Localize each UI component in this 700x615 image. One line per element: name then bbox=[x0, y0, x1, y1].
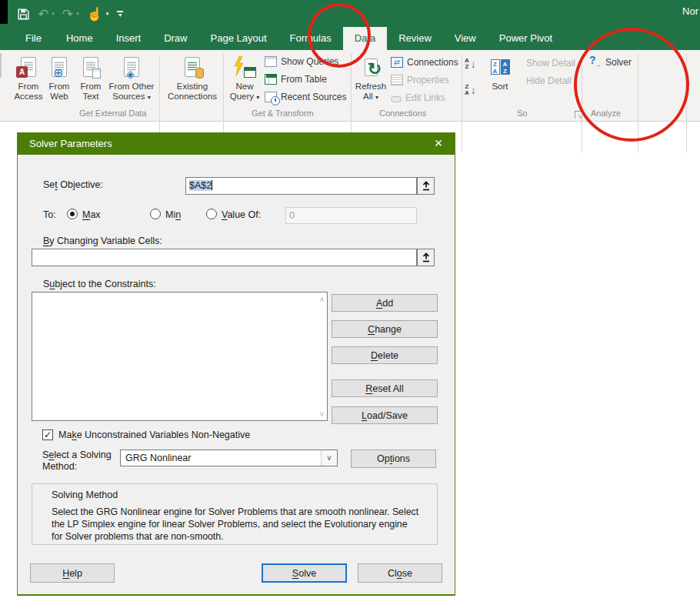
variable-cells-input[interactable] bbox=[32, 249, 417, 266]
objective-range-picker-button[interactable] bbox=[417, 177, 435, 195]
from-web-icon: ⊕ bbox=[52, 57, 67, 77]
solving-method-description: Select the GRG Nonlinear engine for Solv… bbox=[52, 506, 421, 543]
save-icon[interactable] bbox=[17, 8, 30, 21]
account-name[interactable]: Nor bbox=[682, 5, 698, 17]
solving-method-select[interactable]: GRG Nonlinear ∨ bbox=[120, 450, 338, 466]
undo-icon[interactable]: ↶ bbox=[38, 8, 48, 21]
value-of-input: 0 bbox=[285, 207, 417, 224]
pane-edge bbox=[0, 53, 2, 78]
close-icon[interactable]: × bbox=[427, 133, 450, 155]
recent-sources-icon bbox=[265, 92, 277, 102]
connections-icon: ⇄ bbox=[391, 57, 403, 68]
tab-home[interactable]: Home bbox=[55, 27, 105, 50]
help-button[interactable]: Help bbox=[30, 563, 115, 583]
group-label-get-transform: Get & Transform bbox=[252, 109, 314, 118]
set-objective-label: Set Objective: bbox=[43, 179, 103, 190]
new-query-icon bbox=[233, 56, 256, 78]
scroll-down-icon[interactable]: ∨ bbox=[319, 409, 325, 418]
radio-value-of[interactable] bbox=[206, 209, 217, 219]
tab-page-layout[interactable]: Page Layout bbox=[199, 27, 278, 50]
show-queries-icon bbox=[265, 56, 277, 67]
solving-method-label: Select a Solving Method: bbox=[42, 450, 119, 473]
from-text-button[interactable]: From Text bbox=[75, 54, 106, 102]
from-table-button[interactable]: From Table bbox=[265, 74, 327, 85]
existing-connections-icon bbox=[185, 57, 200, 77]
sort-za-button[interactable]: ZA ↓ bbox=[465, 84, 476, 96]
from-text-icon bbox=[83, 57, 98, 77]
touch-mode-icon[interactable]: ☝ bbox=[87, 8, 103, 21]
tab-review[interactable]: Review bbox=[387, 27, 443, 50]
radio-value-of-label[interactable]: Value Of: bbox=[222, 209, 261, 220]
radio-max-label[interactable]: Max bbox=[82, 209, 101, 220]
radio-max[interactable] bbox=[67, 209, 78, 219]
tab-file[interactable]: File bbox=[12, 27, 55, 50]
from-access-icon: A bbox=[21, 57, 36, 77]
dropdown-icon: ▾ bbox=[375, 94, 378, 101]
tab-draw[interactable]: Draw bbox=[152, 27, 198, 50]
dialog-title: Solver Parameters bbox=[18, 133, 455, 155]
non-negative-checkbox-label[interactable]: Make Unconstrained Variables Non-Negativ… bbox=[58, 429, 250, 440]
sort-az-button[interactable]: AZ ↓ bbox=[465, 58, 476, 70]
existing-connections-button[interactable]: Existing Connections bbox=[163, 54, 222, 102]
tab-insert[interactable]: Insert bbox=[105, 27, 153, 50]
close-button[interactable]: Close bbox=[358, 563, 442, 583]
sort-icon: ZA AZ bbox=[491, 59, 510, 75]
connections-button[interactable]: ⇄ Connections bbox=[391, 57, 458, 68]
group-label-sort: So bbox=[517, 109, 527, 118]
solver-parameters-dialog: Solver Parameters × Set Objective: $A$2 … bbox=[17, 132, 455, 596]
radio-min[interactable] bbox=[150, 209, 161, 219]
undo-dropdown-icon[interactable]: ▾ bbox=[52, 11, 55, 17]
variable-cells-range-picker-button[interactable] bbox=[417, 249, 435, 266]
collapse-dialog-icon bbox=[422, 252, 431, 262]
redo-dropdown-icon[interactable]: ▾ bbox=[76, 11, 79, 17]
reset-all-button[interactable]: Reset All bbox=[332, 379, 438, 397]
from-access-button[interactable]: A From Access bbox=[11, 54, 46, 102]
chevron-down-icon[interactable]: ∨ bbox=[321, 450, 337, 466]
touch-mode-dropdown-icon[interactable]: ▾ bbox=[106, 11, 109, 17]
radio-min-label[interactable]: Min bbox=[165, 209, 181, 220]
non-negative-checkbox[interactable]: ✓ bbox=[42, 429, 53, 440]
sort-button[interactable]: ZA AZ Sort bbox=[483, 54, 517, 92]
new-query-button[interactable]: New Query ▾ bbox=[226, 54, 263, 102]
tab-power-pivot[interactable]: Power Pivot bbox=[488, 27, 564, 50]
show-detail-button: Show Detail bbox=[526, 58, 575, 69]
from-other-sources-icon: ◈ bbox=[124, 57, 139, 77]
from-other-sources-button[interactable]: ◈ From Other Sources ▾ bbox=[106, 54, 157, 102]
delete-button[interactable]: Delete bbox=[332, 346, 438, 364]
sort-za-icon: ↓ bbox=[471, 84, 476, 96]
objective-input[interactable]: $A$2 bbox=[185, 177, 417, 195]
variable-cells-label: By Changing Variable Cells: bbox=[43, 236, 162, 246]
scroll-up-icon[interactable]: ∧ bbox=[319, 295, 325, 303]
redo-icon[interactable]: ↷ bbox=[62, 8, 73, 21]
annotation-circle-solver bbox=[574, 28, 689, 142]
group-label-get-external-data: Get External Data bbox=[79, 109, 146, 118]
edit-links-button: Edit Links bbox=[391, 92, 445, 103]
dropdown-icon: ▾ bbox=[148, 94, 151, 101]
sort-az-icon: ↓ bbox=[471, 58, 476, 70]
change-button[interactable]: Change bbox=[332, 320, 438, 338]
group-label-connections: Connections bbox=[379, 109, 426, 118]
properties-icon bbox=[391, 75, 403, 85]
constraints-label: Subject to the Constraints: bbox=[43, 279, 156, 289]
quick-access-toolbar: ↶ ▾ ↷ ▾ ☝ ▾ ▾ bbox=[17, 3, 124, 25]
constraints-listbox[interactable]: ∧ ∨ bbox=[32, 292, 328, 421]
tab-view[interactable]: View bbox=[443, 27, 488, 50]
add-button[interactable]: Add bbox=[332, 294, 438, 312]
to-label: To: bbox=[43, 209, 56, 220]
solving-method-groupbox: Solving Method Select the GRG Nonlinear … bbox=[32, 483, 438, 545]
collapse-dialog-icon bbox=[422, 181, 431, 191]
from-web-button[interactable]: ⊕ From Web bbox=[45, 54, 74, 102]
customize-qat-icon[interactable]: ▾ bbox=[116, 11, 124, 18]
group-divider bbox=[462, 54, 462, 152]
dropdown-icon: ▾ bbox=[256, 94, 259, 101]
load-save-button[interactable]: Load/Save bbox=[332, 406, 438, 424]
from-table-icon bbox=[265, 74, 277, 85]
properties-button: Properties bbox=[391, 75, 449, 85]
recent-sources-button[interactable]: Recent Sources bbox=[265, 92, 346, 102]
solve-button[interactable]: Solve bbox=[262, 563, 347, 583]
solving-method-title: Solving Method bbox=[52, 490, 118, 500]
options-button[interactable]: Options bbox=[351, 450, 436, 468]
annotation-circle-data-tab bbox=[308, 3, 371, 68]
hide-detail-button: Hide Detail bbox=[526, 75, 572, 86]
edit-links-icon bbox=[391, 96, 402, 102]
